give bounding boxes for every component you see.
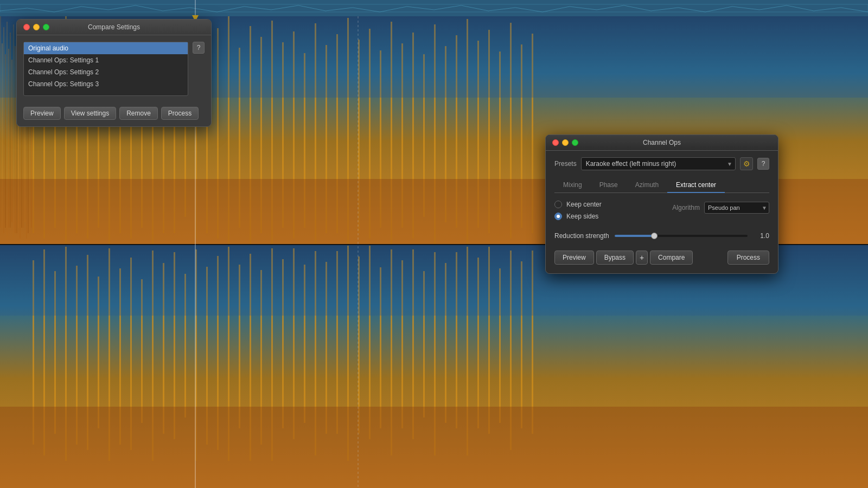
algorithm-label: Algorithm <box>672 204 700 211</box>
channel-ops-body: Presets Karaoke effect (left minus right… <box>546 151 778 273</box>
settings-item-2[interactable]: Channel Ops: Settings 2 <box>24 66 188 78</box>
right-options: Algorithm Pseudo pan Linear Advanced ▼ <box>672 202 769 214</box>
channel-ops-window: Channel Ops Presets Karaoke effect (left… <box>545 134 778 274</box>
gear-button[interactable]: ⚙ <box>740 157 753 170</box>
channel-ops-title: Channel Ops <box>643 139 681 146</box>
svg-rect-122 <box>0 407 868 488</box>
keep-sides-label: Keep sides <box>566 213 598 220</box>
tab-azimuth[interactable]: Azimuth <box>627 178 667 193</box>
channel-ops-bypass-button[interactable]: Bypass <box>596 251 634 265</box>
tab-mixing[interactable]: Mixing <box>554 178 591 193</box>
reduction-row: Reduction strength 1.0 <box>554 232 769 240</box>
channel-ops-traffic-lights <box>552 139 578 146</box>
keep-center-row: Keep center <box>554 201 672 208</box>
reduction-label: Reduction strength <box>554 232 609 240</box>
compare-preview-button[interactable]: Preview <box>23 107 61 120</box>
compare-window-titlebar: Compare Settings <box>17 20 211 35</box>
slider-thumb <box>651 233 658 239</box>
settings-list: Original audio Channel Ops: Settings 1 C… <box>23 42 188 96</box>
traffic-lights <box>23 24 49 30</box>
channel-ops-process-button[interactable]: Process <box>727 251 769 265</box>
channel-ops-maximize-button[interactable] <box>572 139 578 146</box>
keep-sides-radio[interactable] <box>554 213 562 220</box>
channel-ops-titlebar: Channel Ops <box>546 135 778 151</box>
presets-row: Presets Karaoke effect (left minus right… <box>554 157 769 170</box>
algorithm-dropdown-wrapper: Pseudo pan Linear Advanced ▼ <box>704 202 769 214</box>
tab-extract-center[interactable]: Extract center <box>667 178 725 193</box>
channel-ops-minimize-button[interactable] <box>562 139 569 146</box>
compare-window-title: Compare Settings <box>88 23 140 31</box>
channel-ops-preview-button[interactable]: Preview <box>554 251 594 265</box>
left-options: Keep center Keep sides <box>554 201 672 224</box>
settings-item-3[interactable]: Channel Ops: Settings 3 <box>24 78 188 90</box>
minimize-button[interactable] <box>33 24 40 30</box>
settings-item-original[interactable]: Original audio <box>24 42 188 54</box>
reduction-slider[interactable] <box>615 235 748 237</box>
settings-list-container: Original audio Channel Ops: Settings 1 C… <box>23 42 205 96</box>
svg-rect-0 <box>0 0 868 16</box>
presets-dropdown-wrapper: Karaoke effect (left minus right) ▼ <box>581 157 736 170</box>
bottom-buttons-row: Preview Bypass + Compare Process <box>554 251 769 265</box>
compare-remove-button[interactable]: Remove <box>119 107 158 120</box>
channel-ops-plus-button[interactable]: + <box>636 251 648 265</box>
compare-window-buttons: Preview View settings Remove Process <box>17 102 211 126</box>
keep-center-radio[interactable] <box>554 201 562 208</box>
channel-ops-close-button[interactable] <box>552 139 559 146</box>
maximize-button[interactable] <box>43 24 49 30</box>
compare-process-button[interactable]: Process <box>161 107 199 120</box>
close-button[interactable] <box>23 24 30 30</box>
keep-center-label: Keep center <box>566 201 602 208</box>
channel-ops-compare-button[interactable]: Compare <box>650 251 693 265</box>
reduction-value: 1.0 <box>753 232 769 240</box>
keep-sides-row: Keep sides <box>554 213 672 220</box>
slider-fill <box>615 235 655 237</box>
options-section: Keep center Keep sides Algorithm Pseudo … <box>554 201 769 224</box>
tab-phase[interactable]: Phase <box>591 178 627 193</box>
compare-settings-window: Compare Settings Original audio Channel … <box>16 19 212 127</box>
compare-window-body: Original audio Channel Ops: Settings 1 C… <box>17 35 211 102</box>
presets-dropdown[interactable]: Karaoke effect (left minus right) <box>581 157 736 170</box>
algorithm-dropdown[interactable]: Pseudo pan Linear Advanced <box>704 202 769 214</box>
compare-view-settings-button[interactable]: View settings <box>64 107 116 120</box>
tabs-row: Mixing Phase Azimuth Extract center <box>554 178 769 193</box>
presets-label: Presets <box>554 160 577 168</box>
compare-help-button[interactable]: ? <box>193 42 205 54</box>
settings-item-1[interactable]: Channel Ops: Settings 1 <box>24 54 188 66</box>
channel-ops-help-button[interactable]: ? <box>757 158 769 170</box>
